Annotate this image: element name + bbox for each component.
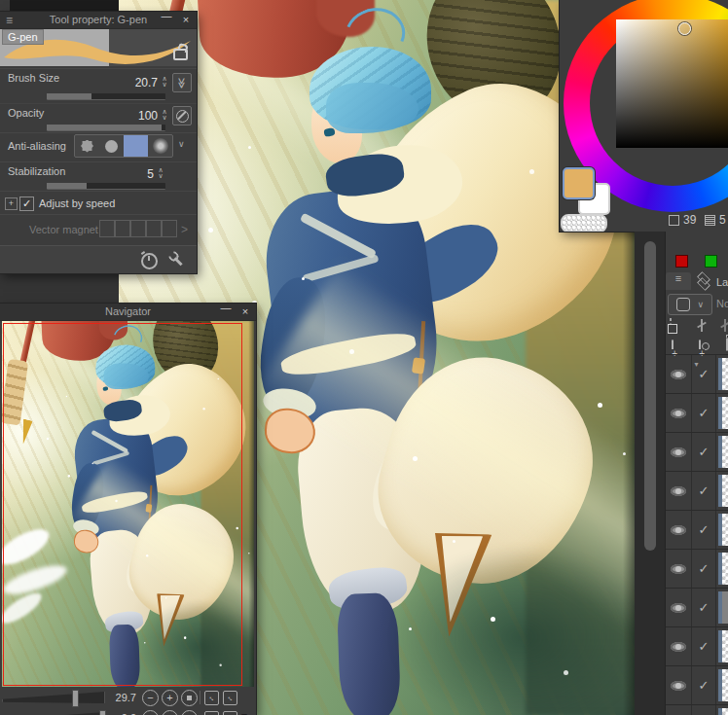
layer-row[interactable]: ✓ [666, 666, 728, 705]
rotate-slider[interactable] [2, 711, 105, 715]
opacity-slider[interactable] [47, 125, 165, 131]
layer-visibility-cell[interactable] [666, 550, 692, 588]
minimize-button[interactable]: — [219, 304, 233, 314]
eye-icon[interactable] [671, 525, 686, 535]
layer-row[interactable]: ✓ [666, 627, 728, 666]
fit-to-navigator-button[interactable]: ↔ [223, 691, 237, 705]
layer-visibility-cell[interactable] [666, 355, 692, 393]
transparent-color-swatch[interactable] [561, 214, 607, 232]
layer-check-icon[interactable]: ✓ [699, 600, 710, 615]
tool-tab[interactable]: G-pen [2, 29, 44, 45]
layer-thumbnail[interactable] [718, 708, 728, 715]
flip-vertical-button[interactable] [223, 711, 237, 715]
tool-property-titlebar[interactable]: ≡ Tool property: G-pen — × [0, 12, 197, 29]
zoom-out-button[interactable]: − [142, 690, 159, 706]
brush-size-stepper[interactable]: ∧∨ [160, 76, 169, 88]
layer-visibility-cell[interactable] [666, 666, 692, 704]
vector-magnet-box[interactable] [146, 220, 162, 237]
eye-icon[interactable] [671, 486, 686, 496]
layer-thumbnail[interactable] [718, 436, 728, 468]
zoom-slider[interactable] [2, 691, 105, 704]
layer-check-icon[interactable]: ✓ [699, 678, 710, 693]
layer-row[interactable]: ✓ [666, 705, 728, 715]
sv-square[interactable] [616, 19, 728, 148]
layer-visibility-cell[interactable] [666, 627, 692, 665]
layer-thumbnail-cell[interactable] [716, 705, 728, 715]
layer-edit-cell[interactable]: ✓ [692, 705, 716, 715]
layers-menu-tab[interactable]: ≡ [666, 272, 691, 290]
layer-thumbnail-cell[interactable] [716, 627, 728, 665]
minimize-button[interactable]: — [160, 12, 173, 22]
anti-aliasing-chevron-icon[interactable]: ∨ [178, 139, 185, 149]
eye-icon[interactable] [671, 447, 686, 457]
vector-magnet-chevron-icon[interactable]: > [181, 223, 188, 236]
dock-scrollbar[interactable] [644, 241, 656, 551]
layer-check-icon[interactable]: ✓ [699, 483, 710, 498]
layer-edit-cell[interactable]: ✓ [692, 589, 716, 626]
layer-edit-cell[interactable]: ✓ [692, 511, 716, 549]
rotate-right-button[interactable]: + [162, 710, 178, 715]
layer-visibility-cell[interactable] [666, 511, 692, 549]
opacity-value[interactable]: 100 [117, 109, 158, 123]
stabilization-stepper[interactable]: ∧∨ [156, 167, 165, 179]
layer-thumbnail[interactable] [718, 630, 728, 662]
layer-visibility-cell[interactable] [666, 433, 692, 471]
vector-magnet-box[interactable] [99, 220, 115, 237]
flip-horizontal-button[interactable] [204, 711, 219, 715]
sv-selector[interactable] [678, 22, 691, 35]
zoom-value[interactable]: 29.7 [105, 692, 136, 703]
reset-tool-icon[interactable] [141, 253, 158, 269]
anti-aliasing-none-option[interactable] [75, 135, 99, 157]
layer-thumbnail-cell[interactable] [716, 550, 728, 588]
layer-check-icon[interactable]: ✓ [699, 522, 710, 537]
close-button[interactable]: × [179, 13, 193, 26]
layer-row[interactable]: ✓ [666, 511, 728, 550]
brush-size-dynamics-button[interactable]: ≫ [172, 73, 192, 92]
layer-edit-cell[interactable]: ✓ [692, 666, 716, 704]
stabilization-value[interactable]: 5 [117, 167, 154, 181]
navigator-view-rect[interactable] [3, 323, 242, 686]
layer-visibility-cell[interactable] [666, 589, 692, 626]
layer-check-icon[interactable]: ✓ [699, 445, 710, 459]
layer-visibility-cell[interactable] [666, 394, 692, 432]
layer-check-icon[interactable]: ✓ [699, 406, 710, 420]
layer-row[interactable]: ✓ [666, 394, 728, 433]
layer-thumbnail[interactable] [718, 514, 728, 546]
layer-edit-cell[interactable]: ✓ [692, 472, 716, 510]
layer-edit-cell[interactable]: ✓ [692, 627, 716, 665]
layer-edit-cell[interactable]: ✓ [692, 355, 716, 393]
adjust-by-speed-expander[interactable]: + [5, 197, 18, 210]
rotate-reset-button[interactable] [181, 710, 198, 715]
layer-thumbnail-cell[interactable] [716, 589, 728, 626]
stabilization-slider[interactable] [47, 183, 165, 190]
fit-to-screen-button[interactable]: ↔ [204, 691, 219, 705]
layer-check-icon[interactable]: ✓ [699, 367, 710, 381]
close-button[interactable]: × [238, 304, 252, 318]
red-color-tab[interactable] [675, 255, 688, 268]
layer-row[interactable]: ✓ [666, 589, 728, 627]
eye-icon[interactable] [671, 603, 686, 613]
new-layer-group-icon[interactable] [699, 340, 701, 353]
eye-icon[interactable] [671, 409, 686, 418]
eye-icon[interactable] [671, 564, 686, 574]
vector-magnet-box[interactable] [130, 220, 146, 237]
anti-aliasing-weak-option[interactable] [99, 135, 124, 157]
layer-thumbnail-cell[interactable] [716, 394, 728, 432]
wrench-icon[interactable] [166, 249, 189, 271]
layer-thumbnail[interactable] [718, 669, 728, 701]
adjust-by-speed-checkbox[interactable]: ✓ [19, 197, 34, 211]
layer-thumbnail-cell[interactable] [716, 355, 728, 393]
layer-thumbnail[interactable] [718, 397, 728, 429]
layer-row[interactable]: ✓ [666, 550, 728, 589]
anti-aliasing-options[interactable] [74, 134, 173, 158]
layer-thumbnail[interactable] [718, 358, 728, 390]
eye-icon[interactable] [671, 681, 686, 691]
zoom-reset-button[interactable] [181, 690, 198, 706]
layer-row[interactable]: ✓ [666, 472, 728, 511]
more-options-icon[interactable]: ▼ [239, 711, 249, 715]
rotate-left-button[interactable]: − [142, 710, 159, 715]
green-color-tab[interactable] [705, 255, 717, 268]
anti-aliasing-medium-option[interactable] [124, 135, 148, 157]
opacity-dynamics-button[interactable] [172, 106, 192, 125]
eye-icon[interactable] [671, 642, 686, 652]
